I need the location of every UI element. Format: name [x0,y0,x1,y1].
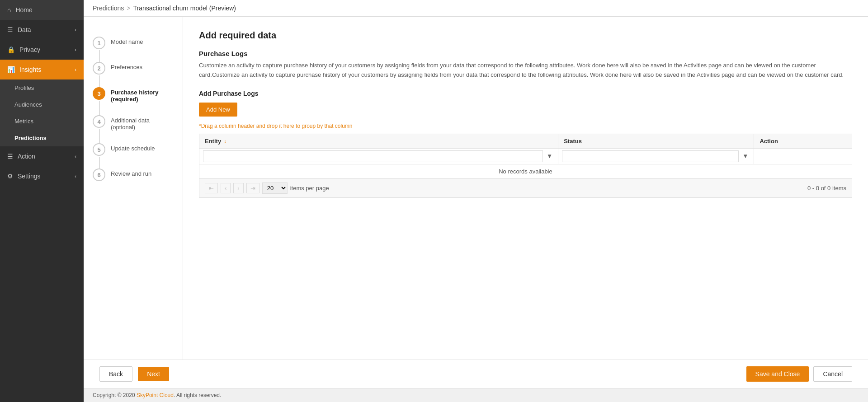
add-new-button[interactable]: Add New [199,103,237,117]
step-label-6: Review and run [111,168,151,177]
purchase-logs-table: Entity ↓ Status Ac [199,134,852,179]
next-button[interactable]: Next [138,367,169,381]
action-icon: ☰ [7,153,13,160]
back-button[interactable]: Back [99,366,132,382]
last-page-button[interactable]: ⇥ [246,183,259,193]
sidebar-predictions-label: Predictions [14,135,47,141]
sidebar: ⌂ Home ☰ Data ‹ 🔒 Privacy ‹ 📊 Insights ‹… [0,0,84,402]
sidebar-home-label: Home [15,6,32,14]
sidebar-insights-label: Insights [19,66,41,73]
column-status: Status [558,134,754,148]
sidebar-metrics-label: Metrics [14,118,33,125]
wizard-step-4: 4 Additional data (optional) [93,109,174,137]
step-circle-6: 6 [93,168,105,181]
footer-text: Copyright © 2020 [93,392,137,398]
sidebar-item-metrics[interactable]: Metrics [0,113,84,130]
wizard-step-3: 3 Purchase history (required) [93,81,174,109]
sidebar-item-settings[interactable]: ⚙ Settings ‹ [0,166,84,186]
step-circle-3: 3 [93,87,105,100]
first-page-button[interactable]: ⇤ [205,183,218,193]
wizard-step-1: 1 Model name [93,30,174,56]
entity-filter-input[interactable] [203,150,543,162]
next-page-button[interactable]: › [233,183,243,193]
sidebar-data-label: Data [18,26,31,33]
breadcrumb-parent[interactable]: Predictions [93,5,124,12]
sidebar-privacy-label: Privacy [19,46,40,53]
wizard-panel: 1 Model name 2 Preferences 3 Purchase [84,17,183,360]
items-per-page-control: 20 5 10 50 100 items per page [262,182,329,194]
column-entity: Entity ↓ [199,134,558,148]
step-label-1: Model name [111,37,143,45]
no-records-row: No records available [199,164,852,178]
entity-filter-button[interactable]: ▼ [545,151,554,161]
insights-submenu: Profiles Audiences Metrics Predictions [0,79,84,146]
save-and-close-button[interactable]: Save and Close [746,366,809,382]
items-per-page-select[interactable]: 20 5 10 50 100 [262,182,288,194]
sidebar-item-insights[interactable]: 📊 Insights ‹ [0,60,84,79]
sidebar-audiences-label: Audiences [14,101,42,108]
action-filter-cell [754,148,852,164]
wizard-step-6: 6 Review and run [93,162,174,187]
wizard-step-5: 5 Update schedule [93,137,174,162]
footer-suffix: . All rights reserved. [174,392,221,398]
home-icon: ⌂ [7,6,11,14]
cancel-button[interactable]: Cancel [813,366,852,382]
form-panel: Add required data Purchase Logs Customiz… [183,17,868,360]
settings-icon: ⚙ [7,173,13,180]
purchase-logs-title: Purchase Logs [199,50,852,57]
main-content: Predictions > Transactional churn model … [84,0,868,402]
chevron-down-icon: ‹ [75,67,76,72]
sidebar-item-audiences[interactable]: Audiences [0,96,84,113]
prev-page-button[interactable]: ‹ [221,183,231,193]
data-icon: ☰ [7,26,13,33]
step-circle-4: 4 [93,115,105,128]
entity-filter-cell: ▼ [199,148,558,164]
chevron-down-icon: ‹ [75,154,76,159]
status-filter-input[interactable] [562,150,739,162]
items-count: 0 - 0 of 0 items [807,185,846,192]
no-records-message: No records available [199,164,852,178]
insights-icon: 📊 [7,66,15,73]
bottom-action-bar: Back Next Save and Close Cancel [84,360,868,388]
status-filter-button[interactable]: ▼ [741,151,750,161]
step-label-3: Purchase history (required) [111,87,174,103]
breadcrumb: Predictions > Transactional churn model … [84,0,868,17]
content-area: 1 Model name 2 Preferences 3 Purchase [84,17,868,360]
sidebar-item-predictions[interactable]: Predictions [0,130,84,146]
step-circle-2: 2 [93,62,105,75]
sidebar-item-privacy[interactable]: 🔒 Privacy ‹ [0,40,84,60]
wizard-step-2: 2 Preferences [93,56,174,81]
sidebar-item-profiles[interactable]: Profiles [0,79,84,96]
pagination-bar: ⇤ ‹ › ⇥ 20 5 10 50 100 items per page [199,179,852,198]
step-label-4: Additional data (optional) [111,115,174,131]
sidebar-settings-label: Settings [18,173,41,180]
section-title: Add required data [199,30,852,41]
status-filter-cell: ▼ [558,148,754,164]
breadcrumb-current: Transactional churn model (Preview) [133,5,236,12]
sidebar-item-data[interactable]: ☰ Data ‹ [0,20,84,40]
add-purchase-logs-label: Add Purchase Logs [199,90,852,97]
breadcrumb-separator: > [127,5,130,12]
step-label-5: Update schedule [111,143,155,152]
step-circle-5: 5 [93,143,105,156]
sidebar-item-action[interactable]: ☰ Action ‹ [0,146,84,166]
sidebar-item-home[interactable]: ⌂ Home [0,0,84,20]
footer: Copyright © 2020 SkyPoint Cloud. All rig… [84,388,868,402]
chevron-down-icon: ‹ [75,27,76,33]
items-per-page-label: items per page [290,185,329,192]
drag-hint: *Drag a column header and drop it here t… [199,123,852,129]
right-actions: Save and Close Cancel [746,366,852,382]
chevron-down-icon: ‹ [75,47,76,52]
filter-icon-entity: ▼ [547,153,552,159]
sidebar-profiles-label: Profiles [14,84,34,91]
column-action: Action [754,134,852,148]
step-circle-1: 1 [93,37,105,49]
footer-company-link[interactable]: SkyPoint Cloud [137,392,174,398]
sort-icon-entity: ↓ [224,138,226,144]
step-label-2: Preferences [111,62,142,70]
chevron-down-icon: ‹ [75,173,76,179]
purchase-logs-description: Customize an activity to capture purchas… [199,61,852,80]
filter-icon-status: ▼ [742,153,748,159]
privacy-icon: 🔒 [7,46,15,53]
sidebar-action-label: Action [18,153,35,160]
